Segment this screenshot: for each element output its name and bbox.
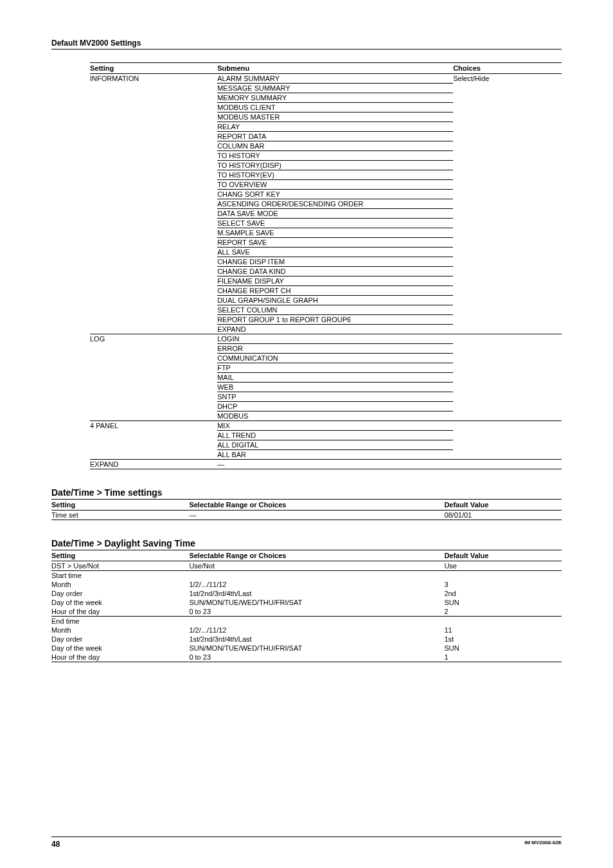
choices-cell <box>453 132 562 141</box>
submenu-cell: MAIL <box>217 373 453 383</box>
setting-cell <box>90 228 217 238</box>
choices-cell <box>453 190 562 199</box>
submenu-cell: DATA SAVE MODE <box>217 209 453 219</box>
col-header: Submenu <box>217 63 453 74</box>
setting-cell <box>90 103 217 113</box>
choices-cell <box>453 228 562 238</box>
data-cell: Day of the week <box>51 598 189 607</box>
data-cell: DST > Use/Not <box>51 561 189 571</box>
setting-cell <box>90 286 217 296</box>
data-cell: Month <box>51 626 189 635</box>
submenu-cell: RELAY <box>217 122 453 132</box>
submenu-cell: FILENAME DISPLAY <box>217 276 453 286</box>
choices-cell <box>453 170 562 180</box>
setting-cell <box>90 276 217 286</box>
choices-cell <box>453 344 562 354</box>
setting-cell <box>90 354 217 363</box>
col-header: Selectable Range or Choices <box>189 500 444 511</box>
submenu-cell: REPORT DATA <box>217 132 453 141</box>
setting-cell <box>90 257 217 267</box>
setting-cell: INFORMATION <box>90 74 217 84</box>
setting-cell <box>90 431 217 440</box>
choices-cell <box>453 411 562 421</box>
setting-cell: 4 PANEL <box>90 421 217 431</box>
page-number: 48 <box>51 840 60 849</box>
setting-cell <box>90 344 217 354</box>
main-title: Default MV2000 Settings <box>51 39 562 48</box>
submenu-cell: REPORT GROUP 1 to REPORT GROUP6 <box>217 315 453 325</box>
data-cell: 1st/2nd/3rd/4th/Last <box>189 635 444 644</box>
submenu-cell: COMMUNICATION <box>217 354 453 363</box>
setting-cell: LOG <box>90 334 217 344</box>
col-header: Default Value <box>444 550 562 561</box>
data-cell: Day of the week <box>51 644 189 653</box>
data-cell: Use <box>444 561 562 571</box>
data-cell: Hour of the day <box>51 653 189 662</box>
setting-cell <box>90 373 217 383</box>
setting-cell <box>90 325 217 334</box>
submenu-cell: TO HISTORY <box>217 151 453 161</box>
data-cell: Time set <box>51 511 189 520</box>
submenu-cell: ASCENDING ORDER/DESCENDING ORDER <box>217 199 453 209</box>
choices-cell <box>453 354 562 363</box>
col-header: Choices <box>453 63 562 74</box>
data-cell: 2 <box>444 607 562 617</box>
setting-cell <box>90 84 217 93</box>
submenu-cell: — <box>217 460 453 469</box>
choices-cell <box>453 219 562 228</box>
data-cell: 2nd <box>444 589 562 598</box>
choices-cell <box>453 373 562 383</box>
choices-cell <box>453 315 562 325</box>
data-cell: — <box>189 511 444 520</box>
submenu-cell: FTP <box>217 363 453 373</box>
doc-id: IM MV2000-02E <box>524 840 562 849</box>
setting-cell <box>90 151 217 161</box>
setting-cell <box>90 305 217 315</box>
choices-cell <box>453 460 562 469</box>
setting-cell <box>90 113 217 122</box>
choices-cell <box>453 296 562 305</box>
submenu-cell: SNTP <box>217 392 453 402</box>
data-cell: 1st <box>444 635 562 644</box>
submenu-cell: ALL TREND <box>217 431 453 440</box>
data-cell: Month <box>51 580 189 589</box>
submenu-cell: SELECT SAVE <box>217 219 453 228</box>
choices-cell <box>453 305 562 315</box>
section-time-settings: Date/Time > Time settings <box>51 487 562 498</box>
setting-cell <box>90 363 217 373</box>
choices-cell <box>453 103 562 113</box>
data-cell: 1/2/.../11/12 <box>189 626 444 635</box>
choices-cell <box>453 151 562 161</box>
submenu-cell: MODBUS CLIENT <box>217 103 453 113</box>
col-header: Setting <box>51 500 189 511</box>
choices-cell <box>453 421 562 431</box>
setting-cell <box>90 411 217 421</box>
submenu-cell: TO HISTORY(EV) <box>217 170 453 180</box>
choices-cell <box>453 392 562 402</box>
col-header: Setting <box>51 550 189 561</box>
submenu-cell: ALL SAVE <box>217 248 453 257</box>
data-cell: 1/2/.../11/12 <box>189 580 444 589</box>
setting-cell <box>90 180 217 190</box>
footer: 48 IM MV2000-02E <box>51 836 562 849</box>
choices-cell <box>453 238 562 248</box>
choices-cell <box>453 209 562 219</box>
data-cell: SUN/MON/TUE/WED/THU/FRI/SAT <box>189 644 444 653</box>
submenu-cell: MODBUS <box>217 411 453 421</box>
setting-cell <box>90 383 217 392</box>
setting-cell <box>90 132 217 141</box>
submenu-cell: MODBUS MASTER <box>217 113 453 122</box>
data-cell: Day order <box>51 589 189 598</box>
dst-table: SettingSelectable Range or ChoicesDefaul… <box>51 550 562 662</box>
setting-cell <box>90 122 217 132</box>
choices-cell <box>453 93 562 103</box>
submenu-cell: MESSAGE SUMMARY <box>217 84 453 93</box>
submenu-cell: CHANGE REPORT CH <box>217 286 453 296</box>
choices-cell <box>453 276 562 286</box>
setting-cell <box>90 440 217 450</box>
data-cell <box>444 617 562 626</box>
data-cell: Start time <box>51 571 189 581</box>
submenu-cell: MIX <box>217 421 453 431</box>
data-cell: SUN <box>444 644 562 653</box>
submenu-cell: CHANG SORT KEY <box>217 190 453 199</box>
